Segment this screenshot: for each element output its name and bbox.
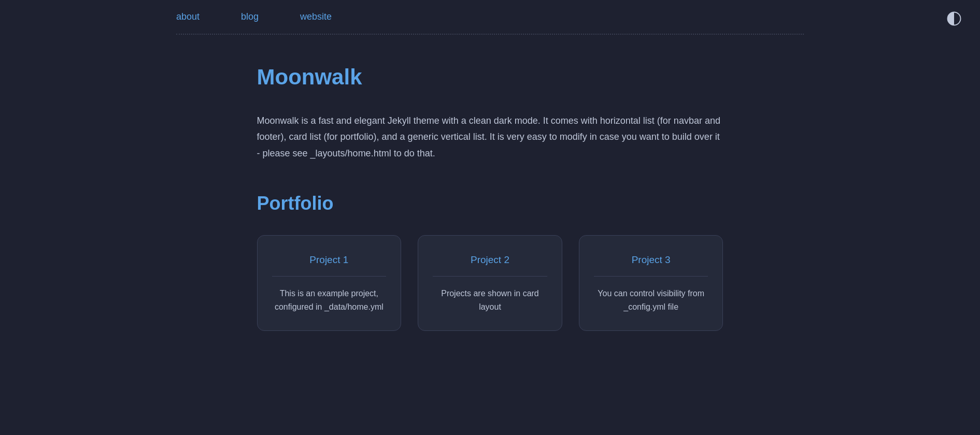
card-3-body: You can control visibility from _config.… (594, 287, 708, 313)
card-1-divider (272, 276, 387, 277)
card-3-divider (594, 276, 708, 277)
site-description: Moonwalk is a fast and elegant Jekyll th… (257, 113, 723, 162)
portfolio-card-3[interactable]: Project 3 You can control visibility fro… (579, 235, 723, 331)
nav-link-blog[interactable]: blog (241, 9, 259, 24)
site-title: Moonwalk (257, 60, 723, 94)
portfolio-card-1[interactable]: Project 1 This is an example project, co… (257, 235, 402, 331)
portfolio-cards-grid: Project 1 This is an example project, co… (257, 235, 723, 331)
card-2-divider (433, 276, 547, 277)
portfolio-title: Portfolio (257, 189, 723, 219)
nav-links: about blog website (176, 9, 332, 24)
card-1-body: This is an example project, configured i… (272, 287, 387, 313)
nav-link-about[interactable]: about (176, 9, 200, 24)
nav-link-website[interactable]: website (300, 9, 332, 24)
portfolio-card-2[interactable]: Project 2 Projects are shown in card lay… (418, 235, 562, 331)
card-2-title: Project 2 (433, 252, 547, 268)
theme-toggle-icon (946, 11, 962, 26)
card-2-body: Projects are shown in card layout (433, 287, 547, 313)
card-3-title: Project 3 (594, 252, 708, 268)
navbar: about blog website (0, 0, 980, 34)
theme-toggle-button[interactable] (945, 9, 963, 28)
card-1-title: Project 1 (272, 252, 387, 268)
main-content: Moonwalk Moonwalk is a fast and elegant … (257, 35, 723, 356)
